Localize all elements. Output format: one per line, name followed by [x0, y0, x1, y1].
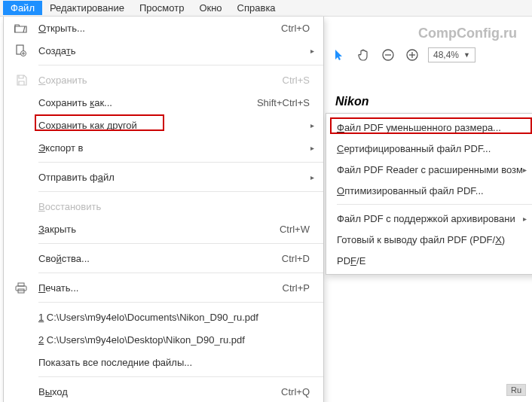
- menu-recent-1[interactable]: 1 C:\Users\m9y4elo\Documents\Nikon_D90_r…: [4, 306, 323, 328]
- menu-save: Сохранить Ctrl+S: [4, 69, 323, 91]
- menu-label: Выход: [38, 386, 281, 397]
- document-title: Nikon: [335, 95, 368, 108]
- zoom-dropdown[interactable]: 48,4% ▼: [428, 47, 475, 62]
- submenu-certified-pdf[interactable]: Сертифицированный файл PDF...: [326, 138, 532, 159]
- menu-separator: [38, 162, 323, 163]
- watermark: CompConfig.ru: [418, 26, 517, 41]
- menu-label: 1 C:\Users\m9y4elo\Documents\Nikon_D90_r…: [38, 312, 310, 323]
- save-icon: [4, 75, 38, 86]
- menu-close[interactable]: Закрыть Ctrl+W: [4, 218, 323, 240]
- menu-label: Восстановить: [38, 201, 310, 212]
- submenu-reader-pdf[interactable]: Файл PDF Reader с расширенными возм ▸: [326, 159, 532, 180]
- menubar-help[interactable]: Справка: [230, 1, 283, 15]
- menubar: Файл Редактирование Просмотр Окно Справк…: [0, 0, 532, 17]
- menubar-view[interactable]: Просмотр: [132, 1, 191, 15]
- menu-show-all-recent[interactable]: Показать все последние файлы...: [4, 351, 323, 373]
- submenu-label: PDF/E: [337, 255, 365, 266]
- menu-label: Закрыть: [38, 224, 280, 235]
- menu-exit[interactable]: Выход Ctrl+Q: [4, 380, 323, 402]
- menu-separator: [38, 376, 323, 377]
- submenu-pdfe[interactable]: PDF/E: [326, 250, 532, 271]
- menu-separator: [337, 204, 532, 205]
- submenu-archive-pdf[interactable]: Файл PDF с поддержкой архивировани ▸: [326, 208, 532, 229]
- menu-create[interactable]: Создать ▸: [4, 39, 323, 62]
- submenu-arrow-icon: ▸: [310, 47, 314, 55]
- zoom-out-icon[interactable]: [380, 47, 396, 63]
- file-menu: Открыть... Ctrl+O Создать ▸ Сохранить Ct…: [3, 17, 324, 402]
- menu-label: Печать...: [38, 282, 283, 294]
- zoom-value: 48,4%: [433, 50, 459, 60]
- shortcut: Shift+Ctrl+S: [257, 97, 310, 108]
- svg-rect-10: [16, 286, 26, 291]
- menu-label: Отправить файл: [38, 172, 310, 183]
- svg-rect-9: [18, 283, 24, 286]
- menu-label: Создать: [38, 45, 310, 56]
- shortcut: Ctrl+Q: [281, 386, 310, 397]
- menu-label: Открыть...: [38, 23, 281, 34]
- menubar-file[interactable]: Файл: [3, 1, 42, 15]
- submenu-reduced-pdf[interactable]: Файл PDF уменьшенного размера...: [326, 117, 532, 138]
- menu-label: 2 C:\Users\m9y4elo\Desktop\Nikon_D90_ru.…: [38, 334, 310, 346]
- menu-save-as[interactable]: Сохранить как... Shift+Ctrl+S: [4, 91, 323, 114]
- toolbar: 48,4% ▼: [332, 47, 524, 63]
- menu-separator: [38, 191, 323, 192]
- chevron-down-icon: ▼: [463, 51, 470, 59]
- folder-open-icon: [4, 23, 38, 33]
- submenu-arrow-icon: ▸: [523, 166, 527, 174]
- submenu-arrow-icon: ▸: [310, 121, 314, 129]
- menu-properties[interactable]: Свойства... Ctrl+D: [4, 247, 323, 270]
- menu-print[interactable]: Печать... Ctrl+P: [4, 276, 323, 299]
- submenu-label: Готовый к выводу файл PDF (PDF/X): [337, 234, 505, 245]
- menu-label: Сохранить как...: [38, 97, 257, 108]
- shortcut: Ctrl+D: [282, 253, 310, 264]
- menu-send[interactable]: Отправить файл ▸: [4, 166, 323, 188]
- document-new-icon: [4, 44, 38, 56]
- shortcut: Ctrl+O: [281, 23, 310, 34]
- select-tool-icon[interactable]: [332, 47, 348, 63]
- menu-separator: [38, 302, 323, 303]
- menu-save-as-other[interactable]: Сохранить как другой ▸: [4, 114, 323, 136]
- menu-restore: Восстановить: [4, 195, 323, 218]
- shortcut: Ctrl+S: [283, 75, 310, 86]
- menu-label: Сохранить: [38, 75, 283, 86]
- menu-separator: [38, 273, 323, 273]
- shortcut: Ctrl+W: [280, 224, 310, 235]
- submenu-label: Оптимизированный файл PDF...: [337, 185, 484, 196]
- submenu-print-ready-pdf[interactable]: Готовый к выводу файл PDF (PDF/X): [326, 229, 532, 250]
- menu-separator: [38, 65, 323, 65]
- menu-separator: [38, 243, 323, 244]
- menu-label: Экспорт в: [38, 142, 310, 154]
- menubar-window[interactable]: Окно: [191, 1, 229, 15]
- menu-label: Свойства...: [38, 253, 282, 264]
- menu-open[interactable]: Открыть... Ctrl+O: [4, 17, 323, 39]
- submenu-label: Файл PDF уменьшенного размера...: [337, 122, 501, 133]
- shortcut: Ctrl+P: [283, 282, 310, 294]
- submenu-arrow-icon: ▸: [523, 215, 527, 223]
- language-badge: Ru: [506, 384, 526, 396]
- menu-label: Показать все последние файлы...: [38, 357, 310, 368]
- submenu-arrow-icon: ▸: [310, 173, 314, 181]
- zoom-in-icon[interactable]: [404, 47, 420, 63]
- save-as-other-submenu: Файл PDF уменьшенного размера... Сертифи…: [326, 113, 532, 275]
- menubar-edit[interactable]: Редактирование: [42, 1, 132, 15]
- submenu-label: Сертифицированный файл PDF...: [337, 143, 491, 154]
- menu-recent-2[interactable]: 2 C:\Users\m9y4elo\Desktop\Nikon_D90_ru.…: [4, 328, 323, 351]
- menu-export[interactable]: Экспорт в ▸: [4, 136, 323, 159]
- print-icon: [4, 282, 38, 294]
- menu-label: Сохранить как другой: [38, 120, 310, 131]
- hand-tool-icon[interactable]: [356, 47, 372, 63]
- submenu-optimized-pdf[interactable]: Оптимизированный файл PDF...: [326, 180, 532, 201]
- submenu-arrow-icon: ▸: [310, 144, 314, 152]
- submenu-label: Файл PDF Reader с расширенными возм: [337, 164, 523, 175]
- submenu-label: Файл PDF с поддержкой архивировани: [337, 213, 515, 224]
